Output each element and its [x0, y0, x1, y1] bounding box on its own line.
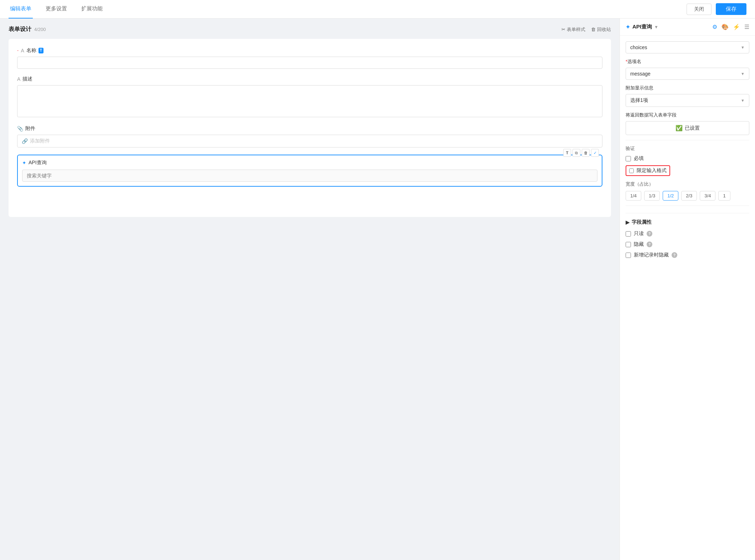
api-field-label: ✦ API查询	[22, 160, 597, 166]
attr-collapse-icon: ▶	[626, 219, 630, 225]
right-panel-icons: ⚙ 🎨 ⚡ ☰	[712, 24, 749, 30]
palette-icon[interactable]: 🎨	[721, 24, 729, 30]
api-icon: ✦	[22, 160, 26, 166]
field-attr-title-text: 字段属性	[632, 219, 652, 225]
gear-icon[interactable]: ⚙	[712, 24, 717, 30]
hide-on-create-help-icon[interactable]: ?	[672, 252, 677, 258]
tab-extend[interactable]: 扩展功能	[80, 0, 104, 19]
recycle-action[interactable]: 🗑 回收站	[591, 26, 611, 33]
attachment-label-text: 附件	[25, 125, 35, 132]
required-dot: ·	[17, 47, 19, 54]
extra-display-value: 选择1项	[630, 97, 648, 104]
save-button[interactable]: 保存	[716, 3, 746, 15]
api-title-icon: ✦	[626, 24, 630, 30]
left-panel: 表单设计 4/200 ✂ 表单样式 🗑 回收站 · A 名	[0, 19, 620, 560]
width-title: 宽度（占比）	[626, 181, 749, 187]
close-button[interactable]: 关闭	[687, 4, 712, 15]
chevron-down-icon[interactable]: ▼	[654, 25, 658, 30]
choices-dropdown[interactable]: choices ▼	[626, 41, 749, 53]
separator-1	[626, 140, 749, 140]
api-label-text: API查询	[29, 160, 47, 166]
lightning-icon[interactable]: ⚡	[733, 24, 740, 30]
extra-display-dropdown[interactable]: 选择1项 ▼	[626, 94, 749, 107]
attachment-field-section: 📎 附件 🔗 添加附件	[17, 125, 602, 147]
readonly-help-icon[interactable]: ?	[647, 231, 652, 237]
desc-type-icon: A	[17, 76, 20, 82]
panel-actions: ✂ 表单样式 🗑 回收站	[561, 26, 611, 33]
extra-display-chevron: ▼	[741, 98, 745, 103]
panel-count: 4/200	[34, 27, 46, 32]
tab-edit-form[interactable]: 编辑表单	[9, 0, 33, 19]
form-style-action[interactable]: ✂ 表单样式	[561, 26, 585, 33]
name-type-badge: T	[38, 48, 43, 53]
name-field-label: · A 名称 T	[17, 47, 602, 54]
tab-more-settings[interactable]: 更多设置	[44, 0, 68, 19]
width-1-2[interactable]: 1/2	[663, 191, 678, 201]
nav-tabs: 编辑表单 更多设置 扩展功能	[9, 0, 104, 19]
choices-chevron: ▼	[741, 45, 745, 50]
name-label-text: 名称	[26, 47, 36, 54]
check-green-icon: ✅	[676, 125, 683, 131]
panel-title: 表单设计 4/200	[9, 26, 46, 33]
hide-on-create-row: 新增记录时隐藏 ?	[626, 252, 749, 258]
right-panel-title: ✦ API查询 ▼	[626, 24, 658, 30]
width-2-3[interactable]: 2/3	[681, 191, 697, 201]
format-checkbox-row-highlighted: 限定输入格式	[626, 165, 670, 176]
choices-value: choices	[630, 45, 647, 50]
hidden-help-icon[interactable]: ?	[647, 242, 652, 247]
api-toolbar-check[interactable]: ✓	[591, 149, 599, 157]
hidden-checkbox[interactable]	[626, 242, 631, 247]
panel-header: 表单设计 4/200 ✂ 表单样式 🗑 回收站	[9, 26, 611, 33]
name-type-icon: A	[21, 48, 24, 53]
width-options: 1/4 1/3 1/2 2/3 3/4 1	[626, 191, 749, 201]
right-panel-body: choices ▼ *选项名 message ▼ 附加显示信息 选择1项 ▼ 将…	[620, 36, 755, 268]
api-field-toolbar: T ⧉ 🗑 ✓	[563, 149, 599, 157]
trash-icon: 🗑	[591, 27, 596, 32]
selection-name-dropdown[interactable]: message ▼	[626, 68, 749, 80]
name-field-section: · A 名称 T	[17, 47, 602, 69]
form-area: · A 名称 T A 描述 📎 附件	[9, 39, 611, 217]
api-toolbar-delete[interactable]: 🗑	[582, 149, 590, 157]
main-layout: 表单设计 4/200 ✂ 表单样式 🗑 回收站 · A 名	[0, 19, 755, 560]
attachment-field-label: 📎 附件	[17, 125, 602, 132]
desc-textarea[interactable]	[17, 85, 602, 117]
right-panel-title-text: API查询	[632, 24, 652, 30]
right-panel-header: ✦ API查询 ▼ ⚙ 🎨 ⚡ ☰	[620, 19, 755, 36]
selection-name-label: *选项名	[626, 58, 749, 65]
attachment-input[interactable]: 🔗 添加附件	[17, 135, 602, 147]
required-checkbox-label: 必填	[634, 155, 644, 162]
width-1[interactable]: 1	[718, 191, 730, 201]
hidden-row: 隐藏 ?	[626, 241, 749, 248]
readonly-row: 只读 ?	[626, 230, 749, 237]
format-checkbox[interactable]	[629, 168, 634, 173]
api-search-input[interactable]	[22, 170, 597, 182]
api-field-wrapper: T ⧉ 🗑 ✓ ✦ API查询	[17, 155, 602, 187]
width-3-4[interactable]: 3/4	[700, 191, 715, 201]
width-section: 宽度（占比） 1/4 1/3 1/2 2/3 3/4 1	[626, 181, 749, 201]
separator-2	[626, 206, 749, 206]
form-style-label: 表单样式	[567, 26, 585, 33]
desc-field-section: A 描述	[17, 76, 602, 118]
top-nav: 编辑表单 更多设置 扩展功能 关闭 保存	[0, 0, 755, 19]
name-input[interactable]	[17, 57, 602, 69]
selection-name-value: message	[630, 71, 651, 77]
write-back-label: 将返回数据写入表单字段	[626, 112, 749, 118]
width-1-3[interactable]: 1/3	[644, 191, 660, 201]
required-checkbox[interactable]	[626, 156, 631, 161]
attachment-link-icon: 🔗	[22, 138, 28, 144]
field-attr-section: ▶ 字段属性 只读 ? 隐藏 ? 新增记录时隐藏 ?	[626, 213, 749, 258]
write-back-btn-label: 已设置	[685, 125, 700, 131]
filter-icon[interactable]: ☰	[744, 24, 749, 30]
field-attr-title[interactable]: ▶ 字段属性	[626, 219, 749, 225]
width-1-4[interactable]: 1/4	[626, 191, 641, 201]
desc-label-text: 描述	[22, 76, 32, 82]
right-panel: ✦ API查询 ▼ ⚙ 🎨 ⚡ ☰ choices ▼ *选项名 mes	[620, 19, 755, 560]
write-back-button[interactable]: ✅ 已设置	[626, 121, 749, 135]
desc-field-label: A 描述	[17, 76, 602, 82]
api-toolbar-T[interactable]: T	[563, 149, 571, 157]
validation-title: 验证	[626, 145, 749, 152]
attachment-placeholder: 添加附件	[30, 138, 50, 144]
api-toolbar-copy[interactable]: ⧉	[572, 149, 580, 157]
readonly-checkbox[interactable]	[626, 231, 631, 237]
hide-on-create-checkbox[interactable]	[626, 253, 631, 258]
